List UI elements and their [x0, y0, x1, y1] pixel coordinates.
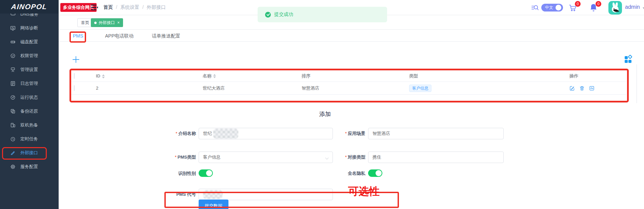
language-label: 中文	[545, 5, 553, 10]
status-icon	[10, 95, 16, 100]
sidebar-menu: DNS服务 网络诊断 磁盘配置 权限管理 管理设置 日志管理	[0, 7, 59, 173]
caret-down-icon[interactable]	[643, 7, 644, 9]
sidebar-item-label: 外部接口	[20, 150, 38, 156]
submit-button[interactable]: 提交数据	[199, 200, 228, 209]
sidebar-item-ha[interactable]: 双机热备	[0, 118, 59, 132]
sidebar-item-timer[interactable]: 定时任务	[0, 132, 59, 146]
breadcrumb-home[interactable]: 首页	[103, 4, 113, 10]
toggle-knob	[376, 170, 382, 176]
redacted-blur	[213, 129, 238, 139]
toggle-knob	[206, 170, 212, 176]
tab-app-phone-link[interactable]: APP电话联动	[105, 30, 134, 42]
sidebar: DNS服务 网络诊断 磁盘配置 权限管理 管理设置 日志管理	[0, 0, 59, 209]
form-row-toggles: 识别性别 全名隐私	[59, 165, 533, 182]
log-icon	[10, 81, 16, 86]
sidebar-item-disk[interactable]: 磁盘配置	[0, 35, 59, 49]
col-header-type: 类型	[409, 73, 569, 79]
sidebar-item-label: 管理设置	[20, 67, 38, 73]
app-scene-value: 智慧酒店	[373, 128, 390, 139]
scrollbar-track[interactable]	[637, 64, 637, 103]
annotation-note: 可选性	[348, 184, 380, 199]
network-diagnose-icon	[10, 25, 16, 31]
tag-label: 外部接口	[99, 20, 115, 26]
pms-code-field[interactable]	[199, 189, 333, 200]
gender-toggle-label: 识别性别	[154, 169, 196, 178]
row-checkbox[interactable]	[74, 85, 75, 91]
table-row: 2 世纪大酒店 智慧酒店 客户信息	[71, 82, 626, 95]
breadcrumb-external-api: 外部接口	[147, 4, 166, 10]
success-check-icon	[265, 12, 271, 18]
sidebar-item-log[interactable]: 日志管理	[0, 76, 59, 90]
intro-name-value: 世纪	[203, 128, 212, 139]
edit-icon[interactable]	[569, 86, 575, 91]
active-dot	[94, 22, 97, 24]
col-header-name[interactable]: 名称	[203, 73, 302, 79]
sidebar-item-status[interactable]: 运行状态	[0, 90, 59, 104]
sidebar-item-service-config[interactable]: 服务配置	[0, 160, 59, 173]
privacy-toggle-label: 全名隐私	[323, 169, 365, 178]
sort-icon[interactable]	[102, 74, 105, 78]
required-asterisk: *	[175, 155, 177, 160]
username[interactable]: admin	[625, 4, 640, 10]
permission-icon	[10, 53, 16, 59]
cell-sort: 智慧酒店	[302, 85, 409, 91]
language-toggle[interactable]: 中文	[541, 4, 563, 11]
sidebar-item-label: 双机热备	[20, 122, 38, 128]
content-tabs: PMS APP电话联动 话单推送配置	[59, 30, 644, 42]
external-api-icon	[10, 150, 16, 156]
hamburger-icon[interactable]	[91, 4, 98, 10]
management-icon	[10, 67, 16, 72]
form-row-pms-code: PMS 代号	[59, 189, 533, 200]
pms-table: ID 名称 排序 类型 操作 2 世纪大酒店 智慧酒店 客户信息	[71, 70, 626, 95]
form-title: 添加	[305, 110, 345, 118]
sidebar-item-label: 权限管理	[20, 53, 38, 59]
app-scene-label: *应用场景	[323, 128, 365, 139]
logo-bar: AINOPOL	[0, 0, 59, 14]
col-header-id[interactable]: ID	[96, 73, 203, 78]
sidebar-item-management[interactable]: 管理设置	[0, 63, 59, 76]
sidebar-item-external-api[interactable]: 外部接口	[0, 146, 59, 160]
tab-cdr-push-config[interactable]: 话单推送配置	[152, 30, 180, 42]
dock-type-value: 携住	[373, 152, 381, 163]
gender-toggle[interactable]	[199, 169, 213, 177]
cell-name: 世纪大酒店	[203, 85, 302, 91]
sidebar-item-label: 运行状态	[20, 94, 38, 100]
sidebar-item-label: 服务配置	[20, 164, 38, 170]
sidebar-item-permission[interactable]: 权限管理	[0, 49, 59, 63]
type-tag[interactable]: 客户信息	[409, 85, 431, 92]
avatar[interactable]	[608, 1, 622, 15]
cell-id: 2	[96, 86, 203, 91]
column-settings-icon[interactable]	[624, 55, 633, 64]
app-scene-field[interactable]: 智慧酒店	[368, 128, 504, 139]
sidebar-item-network-diagnose[interactable]: 网络诊断	[0, 21, 59, 35]
pms-code-label: PMS 代号	[154, 189, 196, 200]
pms-type-select[interactable]: 客户信息	[199, 152, 333, 163]
select-all-checkbox[interactable]	[74, 73, 75, 79]
sort-icon[interactable]	[213, 74, 216, 78]
intro-name-field[interactable]: 世纪	[199, 128, 333, 139]
disk-icon	[10, 39, 16, 45]
sidebar-item-label: 定时任务	[20, 136, 38, 142]
dock-type-field[interactable]: 携住	[368, 152, 504, 163]
breadcrumb-system-settings[interactable]: 系统设置	[120, 4, 139, 10]
sidebar-item-backup[interactable]: 备份还原	[0, 104, 59, 118]
col-header-sort: 排序	[302, 73, 409, 79]
breadcrumb-separator: /	[116, 4, 117, 10]
tag-external-api[interactable]: 外部接口 ×	[91, 18, 123, 27]
sidebar-item-label: 日志管理	[20, 80, 38, 87]
close-icon[interactable]: ×	[117, 20, 120, 25]
plus-icon[interactable]	[72, 56, 80, 63]
main-content: PMS APP电话联动 话单推送配置 ID 名称 排序 类型 操作 2 世纪大酒…	[59, 30, 644, 209]
search-icon[interactable]	[531, 4, 539, 11]
sidebar-item-label: 网络诊断	[20, 25, 38, 31]
brand-logo: AINOPOL	[11, 3, 48, 11]
required-asterisk: *	[176, 131, 177, 136]
tab-pms[interactable]: PMS	[73, 30, 83, 42]
monitor-icon[interactable]	[589, 86, 595, 91]
delete-icon[interactable]	[579, 86, 585, 91]
row-actions	[569, 86, 626, 91]
required-asterisk: *	[345, 155, 347, 160]
form-row-2: *PMS类型 客户信息 *对接类型 携住	[59, 152, 533, 163]
privacy-toggle[interactable]	[368, 169, 382, 177]
backup-icon	[10, 109, 16, 114]
